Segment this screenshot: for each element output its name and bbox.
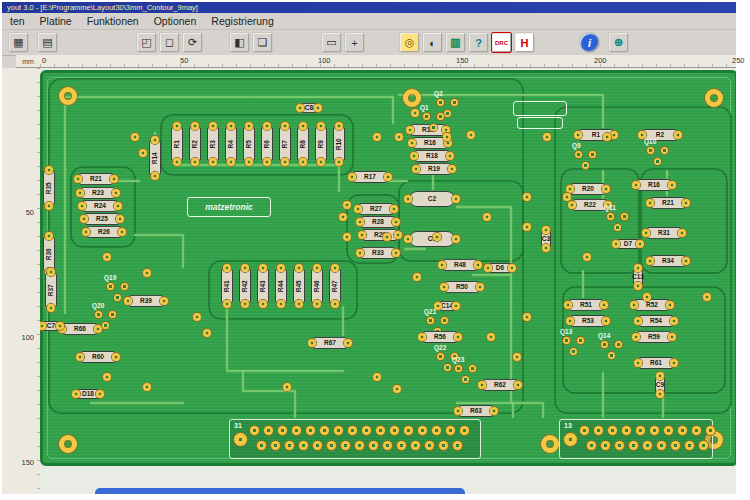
component-R16[interactable]: R16 <box>413 137 447 149</box>
component-R19[interactable]: R19 <box>417 163 451 175</box>
pcb-board[interactable]: R1R2R3R4R5R6R7R8R9R10R14C8R41R42R43R44R4… <box>40 70 736 466</box>
component-R44[interactable]: R44 <box>275 269 287 303</box>
highlight-icon[interactable]: H <box>514 32 535 53</box>
grid-icon[interactable]: ▦ <box>8 32 29 53</box>
component-R18[interactable]: R18 <box>415 150 449 162</box>
component-R53[interactable]: R53 <box>571 315 605 327</box>
component-R67[interactable]: R67 <box>313 337 347 349</box>
component-C5[interactable]: C5 <box>409 231 455 247</box>
component-Q10[interactable]: Q10 <box>647 147 671 165</box>
drc-icon[interactable]: DRC <box>491 32 512 53</box>
component-R21[interactable]: R21 <box>651 197 685 209</box>
edge-connector[interactable]: 31 <box>229 419 481 459</box>
contrast-icon[interactable]: ◐ <box>422 32 443 53</box>
component-R8[interactable]: R8 <box>297 127 309 161</box>
zoom-window-icon[interactable]: ◰ <box>136 32 157 53</box>
pcb-canvas[interactable]: R1R2R3R4R5R6R7R8R9R10R14C8R41R42R43R44R4… <box>40 68 736 494</box>
titlebar[interactable]: yout 3.0 - [E:\Programme\Layout30\3mm_Co… <box>2 2 736 13</box>
component-R47[interactable]: R47 <box>329 269 341 303</box>
component-R33[interactable]: R33 <box>361 247 395 259</box>
info-icon[interactable]: i <box>579 32 600 53</box>
component-C8[interactable]: C8 <box>301 103 317 113</box>
component-Q1[interactable]: Q1 <box>423 113 447 131</box>
component-R36[interactable]: R36 <box>43 237 55 271</box>
edge-connector[interactable]: 13 <box>559 419 713 459</box>
component-silkscreen-box[interactable] <box>513 101 567 116</box>
component-C14[interactable]: C14 <box>439 301 455 311</box>
component-R22[interactable]: R22 <box>573 199 607 211</box>
component-R23[interactable]: R23 <box>81 187 115 199</box>
component-matzetronic[interactable]: matzetronic <box>187 197 271 217</box>
menu-ten[interactable]: ten <box>10 15 25 27</box>
component-R7[interactable]: R7 <box>279 127 291 161</box>
component-C7[interactable]: C7 <box>43 321 59 331</box>
move-icon[interactable]: + <box>344 32 365 53</box>
component-R43[interactable]: R43 <box>257 269 269 303</box>
component-R9[interactable]: R9 <box>315 127 327 161</box>
component-R34[interactable]: R34 <box>651 255 685 267</box>
flip-icon[interactable]: ◧ <box>229 32 250 53</box>
component-R31[interactable]: R31 <box>647 227 681 239</box>
component-R50[interactable]: R50 <box>445 281 479 293</box>
component-R10[interactable]: R10 <box>333 127 345 161</box>
select-icon[interactable]: ▭ <box>321 32 342 53</box>
help-icon[interactable]: ? <box>468 32 489 53</box>
component-R26[interactable]: R26 <box>87 226 121 238</box>
component-Q11[interactable]: Q11 <box>607 213 631 231</box>
new-board-icon[interactable]: ◻ <box>159 32 180 53</box>
component-R42[interactable]: R42 <box>239 269 251 303</box>
component-R6[interactable]: R6 <box>261 127 273 161</box>
test-photoview-icon[interactable]: ▥ <box>445 32 466 53</box>
component-R16[interactable]: R16 <box>637 179 671 191</box>
component-R25[interactable]: R25 <box>85 213 119 225</box>
component-Q13[interactable]: Q13 <box>563 337 587 355</box>
component-Q23[interactable]: Q23 <box>455 365 479 383</box>
menu-funktionen[interactable]: Funktionen <box>87 15 139 27</box>
component-Q20[interactable]: Q20 <box>95 311 119 329</box>
component-Q14[interactable]: Q14 <box>601 341 625 359</box>
component-R29[interactable]: R29 <box>363 229 397 241</box>
component-R5[interactable]: R5 <box>243 127 255 161</box>
component-R21[interactable]: R21 <box>79 173 113 185</box>
component-R48[interactable]: R48 <box>443 259 477 271</box>
component-R52[interactable]: R52 <box>635 299 669 311</box>
menu-registrierung[interactable]: Registrierung <box>211 15 273 27</box>
component-R2[interactable]: R2 <box>189 127 201 161</box>
component-R45[interactable]: R45 <box>293 269 305 303</box>
component-R28[interactable]: R28 <box>361 216 395 228</box>
component-R56[interactable]: R56 <box>423 331 457 343</box>
component-R27[interactable]: R27 <box>359 203 393 215</box>
component-R24[interactable]: R24 <box>83 200 117 212</box>
component-D18[interactable]: D18 <box>77 389 99 399</box>
component-R3[interactable]: R3 <box>207 127 219 161</box>
component-R66[interactable]: R66 <box>63 323 97 335</box>
component-R59[interactable]: R59 <box>637 331 671 343</box>
pattern-icon[interactable]: ▤ <box>37 32 58 53</box>
magnifier-icon[interactable]: ◎ <box>399 32 420 53</box>
component-R39[interactable]: R39 <box>129 295 163 307</box>
component-R35[interactable]: R35 <box>43 171 55 205</box>
component-R20[interactable]: R20 <box>571 183 605 195</box>
component-R61[interactable]: R61 <box>639 357 673 369</box>
component-R54[interactable]: R54 <box>639 315 673 327</box>
component-D6[interactable]: D6 <box>489 263 511 273</box>
component-C2[interactable]: C2 <box>409 191 455 207</box>
rotate-icon[interactable]: ⟳ <box>182 32 203 53</box>
component-R51[interactable]: R51 <box>569 299 603 311</box>
copy-icon[interactable]: ❏ <box>252 32 273 53</box>
component-R60[interactable]: R60 <box>81 351 115 363</box>
component-R4[interactable]: R4 <box>225 127 237 161</box>
component-R1[interactable]: R1 <box>171 127 183 161</box>
component-C3[interactable]: C3 <box>541 231 551 247</box>
component-C13[interactable]: C13 <box>633 269 643 285</box>
menu-platine[interactable]: Platine <box>40 15 72 27</box>
component-R14[interactable]: R14 <box>149 141 161 175</box>
component-R41[interactable]: R41 <box>221 269 233 303</box>
component-R62[interactable]: R62 <box>483 379 517 391</box>
component-silkscreen-box[interactable] <box>517 117 563 129</box>
component-D7[interactable]: D7 <box>617 239 639 249</box>
component-Q9[interactable]: Q9 <box>575 151 599 169</box>
component-R17[interactable]: R17 <box>353 171 387 183</box>
component-R46[interactable]: R46 <box>311 269 323 303</box>
component-C9[interactable]: C9 <box>655 377 665 393</box>
